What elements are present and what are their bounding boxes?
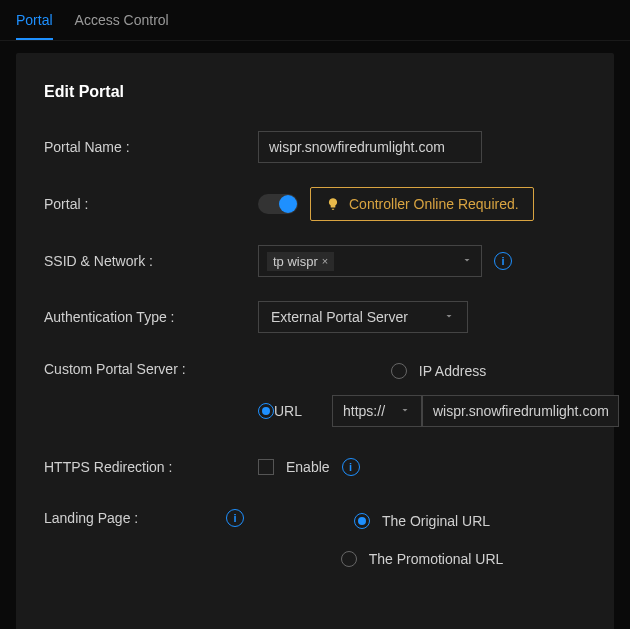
label-https-redirect: HTTPS Redirection : [44,459,258,475]
https-redirect-enable-label: Enable [286,459,330,475]
radio-ip-address[interactable] [391,363,407,379]
ssid-multiselect[interactable]: tp wispr × [258,245,482,277]
chevron-down-icon [461,253,473,269]
portal-name-input[interactable] [258,131,482,163]
lightbulb-icon [325,196,341,212]
row-custom-server: Custom Portal Server : IP Address URL ht… [44,357,586,427]
radio-original-label: The Original URL [382,513,490,529]
row-landing-page: Landing Page : i The Original URL The Pr… [44,507,586,573]
toggle-knob [279,195,297,213]
radio-url-label: URL [274,403,302,419]
row-auth-type: Authentication Type : External Portal Se… [44,301,586,333]
row-ssid-network: SSID & Network : tp wispr × i [44,245,586,277]
label-portal: Portal : [44,196,258,212]
info-icon[interactable]: i [494,252,512,270]
notice-text: Controller Online Required. [349,196,519,212]
scheme-value: https:// [343,403,385,419]
radio-original-url[interactable] [354,513,370,529]
tag-remove-icon[interactable]: × [322,255,328,267]
label-portal-name: Portal Name : [44,139,258,155]
radio-promotional-url[interactable] [341,551,357,567]
label-landing-page: Landing Page : [44,510,138,526]
radio-url[interactable] [258,403,274,419]
radio-promo-label: The Promotional URL [369,551,504,567]
notice-controller-online: Controller Online Required. [310,187,534,221]
portal-toggle[interactable] [258,194,298,214]
tab-portal[interactable]: Portal [16,12,53,40]
info-icon[interactable]: i [342,458,360,476]
radio-ip-label: IP Address [419,363,486,379]
chevron-down-icon [443,309,455,325]
tab-bar: Portal Access Control [0,0,630,41]
chevron-down-icon [399,403,411,419]
ssid-tag-label: tp wispr [273,254,318,269]
ssid-tag: tp wispr × [267,252,334,271]
https-redirect-checkbox[interactable] [258,459,274,475]
tab-access-control[interactable]: Access Control [75,12,169,40]
label-auth-type: Authentication Type : [44,309,258,325]
label-ssid: SSID & Network : [44,253,258,269]
scheme-select[interactable]: https:// [332,395,422,427]
info-icon[interactable]: i [226,509,244,527]
edit-portal-panel: Edit Portal Portal Name : Portal : Contr… [16,53,614,629]
row-https-redirect: HTTPS Redirection : Enable i [44,451,586,483]
row-portal-toggle: Portal : Controller Online Required. [44,187,586,221]
label-custom-server: Custom Portal Server : [44,357,258,377]
auth-type-select[interactable]: External Portal Server [258,301,468,333]
portal-url-input[interactable] [422,395,619,427]
row-portal-name: Portal Name : [44,131,586,163]
page-title: Edit Portal [44,83,586,101]
auth-type-value: External Portal Server [271,309,408,325]
